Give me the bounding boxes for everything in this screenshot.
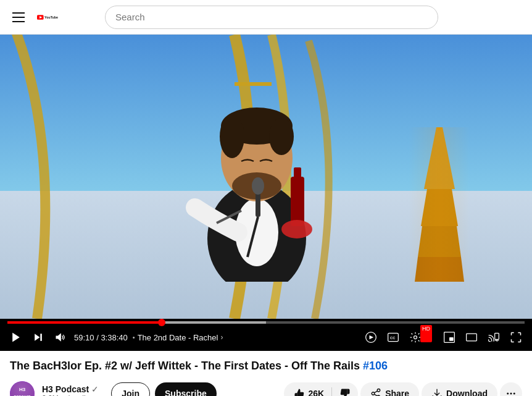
verified-badge: ✓: [91, 384, 99, 394]
dislike-button[interactable]: [332, 382, 358, 396]
subtitles-button[interactable]: CC: [384, 329, 402, 346]
cast-button[interactable]: [485, 329, 502, 346]
svg-point-18: [220, 115, 244, 158]
next-button[interactable]: [30, 329, 47, 346]
miniplayer-icon: [443, 331, 455, 343]
action-buttons: 26K: [284, 382, 523, 396]
search-bar: [105, 6, 438, 29]
thumbs-down-icon: [339, 388, 351, 396]
youtube-logo[interactable]: YouTube: [37, 10, 58, 25]
volume-button[interactable]: [52, 329, 69, 346]
more-dots-icon: [505, 388, 517, 396]
autoplay-icon: [365, 331, 377, 343]
svg-rect-38: [449, 337, 454, 341]
svg-marker-31: [56, 333, 61, 341]
settings-container: HD: [407, 329, 436, 346]
settings-icon: [409, 331, 422, 343]
progress-watched: [7, 321, 162, 324]
more-options-button[interactable]: [500, 382, 522, 396]
svg-text:H3: H3: [19, 387, 26, 392]
channel-buttons: Join Subscribe: [111, 382, 216, 396]
svg-point-27: [281, 220, 312, 238]
hamburger-menu[interactable]: [10, 10, 27, 25]
svg-line-50: [375, 391, 378, 393]
svg-point-52: [510, 393, 512, 395]
video-title: The BacH3lor Ep. #2 w/ Jeff Wittek - The…: [10, 358, 522, 374]
share-label: Share: [385, 389, 409, 396]
hd-badge: HD: [420, 325, 432, 342]
volume-icon: [54, 331, 67, 343]
header: YouTube: [0, 0, 532, 35]
channel-info: H3 Podcast ✓ 2.9M subscribers: [42, 384, 99, 396]
chapter-chevron: ›: [220, 333, 223, 342]
progress-dot: [158, 319, 165, 326]
right-controls: CC HD: [362, 329, 525, 346]
main-content: 59:10 / 3:38:40 • The 2nd Date - Rachel …: [0, 35, 532, 396]
person-figure: [164, 72, 349, 282]
svg-text:CC: CC: [390, 336, 396, 340]
chapter-info: • The 2nd Date - Rachel ›: [133, 333, 223, 342]
fullscreen-button[interactable]: [507, 329, 525, 346]
controls-row: 59:10 / 3:38:40 • The 2nd Date - Rachel …: [7, 329, 525, 346]
time-display: 59:10 / 3:38:40: [74, 333, 128, 342]
theater-icon: [465, 331, 478, 343]
eiffel-tower-icon: [409, 127, 470, 282]
channel-row: H3 PODCAST H3 Podcast ✓ 2.9M subscribers…: [10, 381, 522, 396]
video-info: The BacH3lor Ep. #2 w/ Jeff Wittek - The…: [0, 351, 532, 396]
svg-point-53: [513, 393, 515, 395]
join-button[interactable]: Join: [111, 382, 150, 396]
youtube-icon: YouTube: [37, 10, 58, 25]
svg-rect-30: [40, 334, 42, 341]
share-icon: [370, 388, 381, 396]
svg-rect-40: [495, 333, 499, 339]
subscribe-button[interactable]: Subscribe: [155, 382, 217, 396]
svg-rect-12: [409, 127, 470, 282]
channel-name: H3 Podcast: [42, 384, 89, 394]
autoplay-button[interactable]: [362, 329, 380, 346]
next-icon: [32, 331, 44, 343]
svg-point-51: [507, 393, 509, 395]
cast-icon: [488, 331, 500, 343]
like-dislike-group: 26K: [284, 382, 359, 396]
subtitles-icon: CC: [387, 331, 399, 343]
svg-marker-33: [370, 335, 374, 340]
fullscreen-icon: [510, 331, 522, 343]
svg-text:YouTube: YouTube: [44, 15, 58, 19]
video-hashtag: #106: [363, 360, 388, 372]
svg-point-36: [414, 336, 417, 339]
svg-marker-28: [12, 333, 20, 342]
play-icon: [10, 331, 22, 343]
thumbs-up-icon: [294, 388, 305, 396]
channel-avatar[interactable]: H3 PODCAST: [10, 381, 35, 396]
svg-rect-25: [291, 177, 304, 226]
download-label: Download: [446, 389, 488, 396]
svg-marker-29: [35, 334, 39, 341]
header-left: YouTube: [10, 10, 58, 25]
svg-point-47: [372, 392, 375, 395]
progress-bar[interactable]: [7, 321, 525, 324]
avatar-image: H3 PODCAST: [10, 381, 35, 396]
like-count: 26K: [309, 389, 325, 396]
svg-point-19: [269, 118, 294, 155]
download-button[interactable]: Download: [422, 382, 497, 396]
svg-rect-39: [467, 334, 477, 341]
download-icon: [431, 388, 443, 396]
share-button[interactable]: Share: [360, 382, 419, 396]
video-scene: [0, 35, 532, 319]
video-controls: 59:10 / 3:38:40 • The 2nd Date - Rachel …: [0, 321, 532, 351]
channel-name-row: H3 Podcast ✓: [42, 384, 99, 394]
svg-point-46: [377, 389, 380, 392]
video-player[interactable]: 59:10 / 3:38:40 • The 2nd Date - Rachel …: [0, 35, 532, 351]
search-input[interactable]: [105, 6, 438, 29]
like-button[interactable]: 26K: [284, 382, 332, 396]
svg-rect-26: [294, 167, 301, 180]
theater-button[interactable]: [463, 329, 480, 346]
miniplayer-button[interactable]: [441, 329, 458, 346]
svg-point-22: [252, 177, 264, 195]
video-thumbnail: [0, 35, 532, 319]
play-button[interactable]: [7, 329, 25, 346]
